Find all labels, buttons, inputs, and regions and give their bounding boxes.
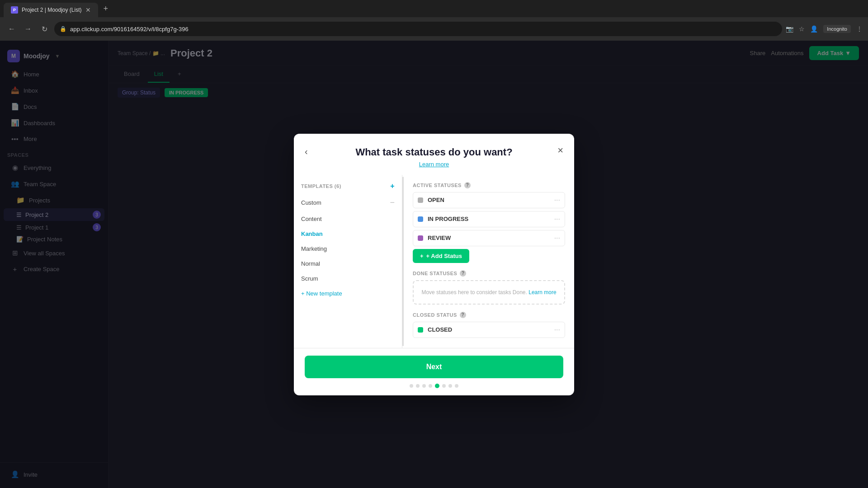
back-button[interactable]: ←	[5, 23, 18, 35]
statuses-panel: ACTIVE STATUSES ? OPEN ··· IN PROGRESS ·…	[404, 175, 574, 348]
dot-1	[410, 384, 413, 388]
add-status-label: + Add Status	[426, 253, 462, 259]
modal-body: TEMPLATES (6) + Custom − Content Kanban …	[294, 175, 574, 348]
closed-status-label: CLOSED STATUS ?	[413, 312, 565, 318]
template-item-content[interactable]: Content	[294, 211, 402, 226]
review-status-more-button[interactable]: ···	[554, 234, 560, 242]
done-statuses-section: DONE STATUSES ? Move statuses here to co…	[413, 270, 565, 305]
add-status-button[interactable]: + + Add Status	[413, 249, 469, 263]
url-text: app.clickup.com/9016164592/v/l/8cpfg7g-3…	[70, 26, 189, 33]
status-item-closed: CLOSED ···	[413, 322, 565, 338]
done-statuses-label: DONE STATUSES ?	[413, 270, 565, 277]
review-status-name: REVIEW	[428, 235, 550, 241]
modal-footer: Next	[294, 348, 574, 395]
in-progress-status-dot	[418, 216, 423, 222]
add-template-icon[interactable]: +	[390, 182, 395, 190]
new-tab-button[interactable]: +	[100, 2, 112, 15]
closed-status-section: CLOSED STATUS ? CLOSED ···	[413, 312, 565, 341]
learn-more-link[interactable]: Learn more	[419, 161, 449, 168]
status-item-open: OPEN ···	[413, 192, 565, 208]
modal-close-button[interactable]: ×	[557, 145, 563, 156]
browser-actions: 📷 ☆ 👤 Incognito ⋮	[786, 25, 863, 33]
template-item-marketing[interactable]: Marketing	[294, 241, 402, 256]
status-item-in-progress: IN PROGRESS ···	[413, 211, 565, 227]
forward-button[interactable]: →	[22, 23, 34, 35]
star-icon[interactable]: ☆	[799, 25, 805, 33]
camera-icon: 📷	[786, 25, 793, 33]
modal: ‹ What task statuses do you want? Learn …	[294, 134, 574, 395]
template-custom-collapse-icon: −	[390, 198, 395, 207]
closed-status-name: CLOSED	[428, 326, 550, 333]
done-statuses-drop-zone: Move statuses here to consider tasks Don…	[413, 280, 565, 305]
closed-status-help-icon[interactable]: ?	[460, 312, 466, 318]
modal-header: ‹ What task statuses do you want? Learn …	[294, 134, 574, 175]
template-item-kanban[interactable]: Kanban	[294, 226, 402, 241]
dot-3	[422, 384, 426, 388]
open-status-more-button[interactable]: ···	[554, 196, 560, 204]
browser-chrome: P Project 2 | Moodjoy (List) ✕ + ← → ↻ 🔒…	[0, 0, 868, 41]
dot-8	[455, 384, 458, 388]
next-button[interactable]: Next	[305, 356, 563, 378]
template-item-custom[interactable]: Custom −	[294, 194, 402, 211]
in-progress-status-name: IN PROGRESS	[428, 216, 550, 222]
closed-status-more-button[interactable]: ···	[554, 326, 560, 334]
active-statuses-help-icon[interactable]: ?	[464, 182, 471, 188]
incognito-badge: Incognito	[823, 25, 851, 33]
add-status-icon: +	[420, 253, 424, 259]
templates-panel: TEMPLATES (6) + Custom − Content Kanban …	[294, 175, 402, 348]
review-status-dot	[418, 235, 423, 241]
open-status-dot	[418, 197, 423, 203]
dot-4	[429, 384, 432, 388]
template-item-normal[interactable]: Normal	[294, 256, 402, 271]
open-status-name: OPEN	[428, 197, 550, 203]
tab-close-button[interactable]: ✕	[85, 6, 91, 14]
in-progress-status-more-button[interactable]: ···	[554, 215, 560, 223]
done-statuses-help-icon[interactable]: ?	[460, 270, 466, 277]
dot-5-active	[435, 384, 439, 388]
dot-7	[448, 384, 452, 388]
active-statuses-section: ACTIVE STATUSES ? OPEN ··· IN PROGRESS ·…	[413, 182, 565, 263]
active-statuses-label: ACTIVE STATUSES ?	[413, 182, 565, 188]
browser-toolbar: ← → ↻ 🔒 app.clickup.com/9016164592/v/l/8…	[0, 17, 868, 41]
tab-title: Project 2 | Moodjoy (List)	[22, 7, 82, 13]
pagination-dots	[410, 384, 458, 388]
address-bar[interactable]: 🔒 app.clickup.com/9016164592/v/l/8cpfg7g…	[54, 22, 782, 36]
dot-2	[416, 384, 420, 388]
refresh-button[interactable]: ↻	[38, 23, 51, 35]
lock-icon: 🔒	[60, 26, 66, 32]
dot-6	[442, 384, 446, 388]
templates-section-label: TEMPLATES (6) +	[294, 182, 402, 194]
modal-overlay: ‹ What task statuses do you want? Learn …	[0, 41, 868, 488]
browser-tabs: P Project 2 | Moodjoy (List) ✕ +	[0, 0, 868, 17]
active-tab[interactable]: P Project 2 | Moodjoy (List) ✕	[4, 3, 98, 17]
profile-icon[interactable]: 👤	[810, 25, 818, 33]
done-learn-more-link[interactable]: Learn more	[528, 289, 556, 296]
status-item-review: REVIEW ···	[413, 230, 565, 246]
template-item-scrum[interactable]: Scrum	[294, 271, 402, 286]
tab-favicon: P	[11, 6, 18, 14]
new-template-link[interactable]: + New template	[294, 286, 402, 301]
menu-icon[interactable]: ⋮	[856, 25, 863, 33]
modal-title: What task statuses do you want?	[355, 146, 512, 158]
closed-status-dot	[418, 327, 423, 333]
modal-back-button[interactable]: ‹	[305, 146, 308, 157]
